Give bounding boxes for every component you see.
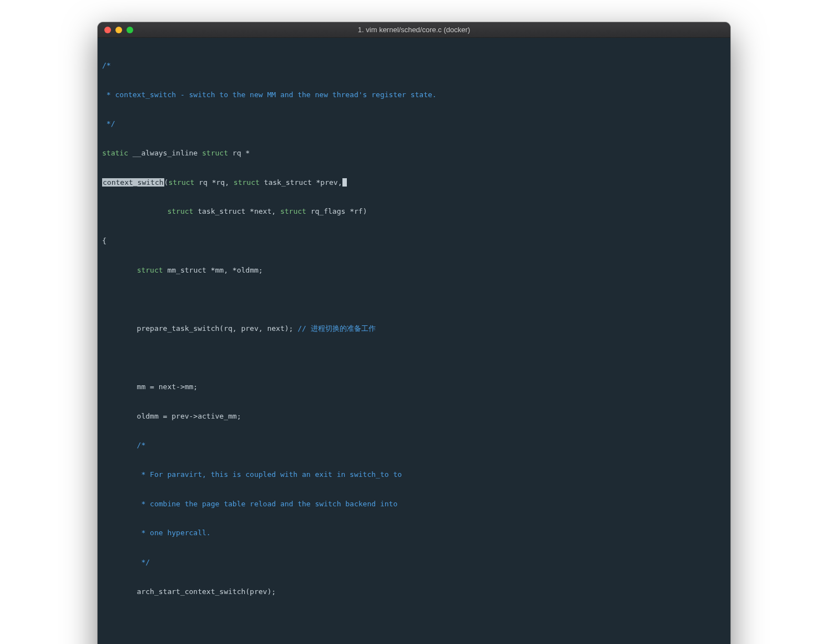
window-title: 1. vim kernel/sched/core.c (docker) bbox=[358, 26, 470, 34]
code-token: struct bbox=[167, 207, 193, 215]
terminal-window: 1. vim kernel/sched/core.c (docker) /* *… bbox=[98, 22, 730, 644]
code-comment: // 进程切换的准备工作 bbox=[297, 324, 375, 333]
code-line: oldmm = prev->active_mm; bbox=[102, 412, 241, 420]
code-token: struct bbox=[168, 178, 194, 187]
minimize-button[interactable] bbox=[115, 27, 122, 33]
code-token bbox=[102, 207, 167, 215]
code-line: */ bbox=[102, 119, 115, 128]
traffic-lights bbox=[104, 27, 133, 33]
code-token: struct bbox=[137, 266, 163, 274]
code-line: mm = next->mm; bbox=[102, 383, 198, 391]
code-token: prepare_task_switch(rq, prev, next); bbox=[102, 324, 297, 333]
close-button[interactable] bbox=[104, 27, 111, 33]
code-token: rq *rq, bbox=[194, 178, 233, 187]
code-token: struct bbox=[202, 149, 228, 157]
code-comment: * combine the page table reload and the … bbox=[102, 500, 397, 508]
code-token: task_struct *prev, bbox=[260, 178, 342, 187]
code-comment: /* bbox=[102, 441, 145, 449]
code-token: struct bbox=[234, 178, 260, 187]
titlebar[interactable]: 1. vim kernel/sched/core.c (docker) bbox=[98, 22, 730, 38]
code-token: static bbox=[102, 149, 128, 157]
code-token: struct bbox=[280, 207, 306, 215]
code-line: /* bbox=[102, 61, 111, 69]
code-token: mm_struct *mm, *oldmm; bbox=[163, 266, 263, 274]
editor-area[interactable]: /* * context_switch - switch to the new … bbox=[98, 38, 730, 644]
code-token: task_struct *next, bbox=[193, 207, 280, 215]
func-name-highlight: context_switch bbox=[102, 178, 164, 187]
code-comment: * one hypercall. bbox=[102, 529, 211, 537]
maximize-button[interactable] bbox=[127, 27, 133, 33]
code-token: rq_flags *rf) bbox=[306, 207, 367, 215]
code-line: { bbox=[102, 237, 107, 245]
code-token bbox=[102, 266, 137, 274]
code-token: __always_inline bbox=[128, 149, 202, 157]
code-token: rq * bbox=[228, 149, 250, 157]
code-line: arch_start_context_switch(prev); bbox=[102, 587, 276, 596]
code-line bbox=[102, 295, 107, 303]
code-line bbox=[102, 616, 107, 625]
code-comment: */ bbox=[102, 558, 150, 566]
code-line bbox=[102, 354, 107, 362]
code-comment: * For paravirt, this is coupled with an … bbox=[102, 470, 402, 479]
code-line: * context_switch - switch to the new MM … bbox=[102, 90, 437, 99]
cursor bbox=[342, 178, 347, 187]
